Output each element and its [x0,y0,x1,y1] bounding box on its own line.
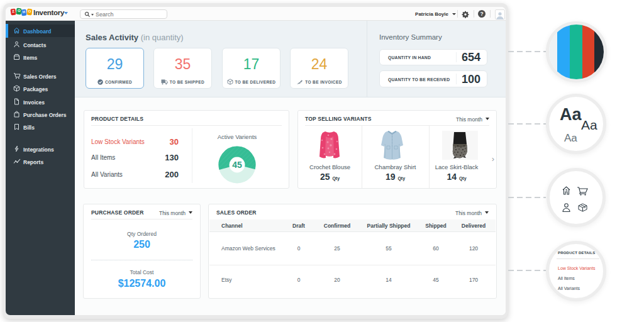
svg-text:45: 45 [232,160,242,170]
